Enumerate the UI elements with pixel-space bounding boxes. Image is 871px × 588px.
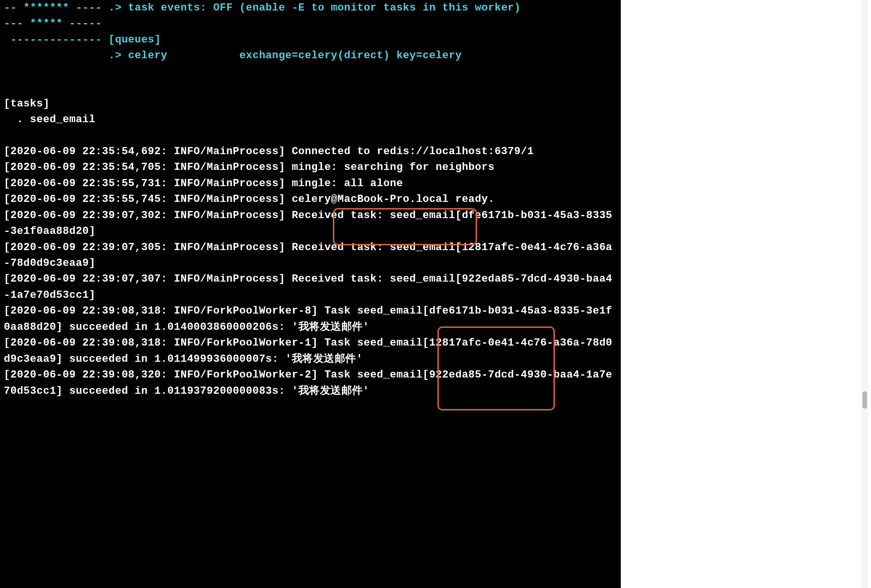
annotation-received-task-box <box>333 208 477 245</box>
scrollbar-thumb[interactable] <box>862 391 867 409</box>
log-line-ready: [2020-06-09 22:35:55,745: INFO/MainProce… <box>4 193 495 205</box>
banner-line-4-prefix <box>4 50 102 62</box>
scrollbar-track[interactable] <box>861 0 868 588</box>
log-line-connected: [2020-06-09 22:35:54,692: INFO/MainProce… <box>4 146 534 158</box>
tasks-header: [tasks] <box>4 98 50 110</box>
banner-line-2: --- ***** ----- <box>4 18 102 30</box>
log-line-received-1: [2020-06-09 22:39:07,302: INFO/MainProce… <box>4 210 612 237</box>
log-line-received-2: [2020-06-09 22:39:07,305: INFO/MainProce… <box>4 242 612 269</box>
banner-line-3-prefix: -------------- <box>4 34 102 46</box>
annotation-result-box <box>437 326 555 410</box>
banner-line-1-prefix: -- ******* ---- <box>4 2 102 14</box>
log-line-mingle-alone: [2020-06-09 22:35:55,731: INFO/MainProce… <box>4 178 403 189</box>
page-background <box>621 0 871 588</box>
terminal-output: -- ******* ---- .> task events: OFF (ena… <box>0 0 621 588</box>
queues-header: [queues] <box>108 34 161 46</box>
banner-line-1-content: .> task events: OFF (enable -E to monito… <box>108 2 520 14</box>
queue-celery: .> celery exchange=celery(direct) key=ce… <box>108 50 462 62</box>
log-line-mingle-search: [2020-06-09 22:35:54,705: INFO/MainProce… <box>4 161 495 173</box>
task-item-seed-email: . seed_email <box>4 114 96 126</box>
log-line-received-3: [2020-06-09 22:39:07,307: INFO/MainProce… <box>4 273 612 301</box>
